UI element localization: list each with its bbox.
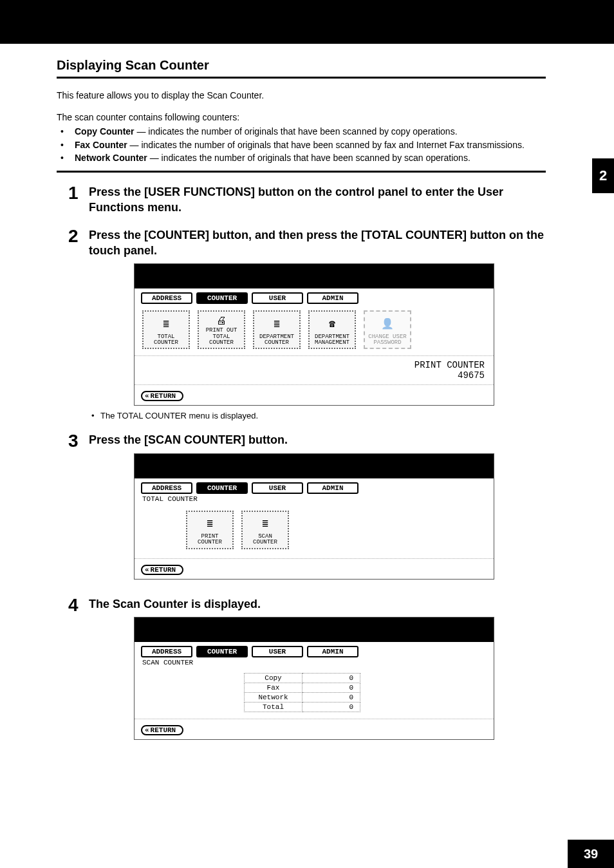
counter-desc: — indicates the number of originals that… <box>135 126 458 137</box>
step-text: Press the [SCAN COUNTER] button. <box>89 432 546 448</box>
return-button[interactable]: RETURN <box>141 391 183 401</box>
step-number: 3 <box>68 432 89 450</box>
breadcrumb-label: TOTAL COUNTER <box>135 495 494 505</box>
row-label: Total <box>245 702 302 712</box>
table-row: Fax0 <box>245 683 360 692</box>
list-item: Copy Counter — indicates the number of o… <box>66 125 546 138</box>
counter-name: Fax Counter <box>75 140 127 150</box>
counter-desc: — indicates the number of originals that… <box>127 140 525 150</box>
tab-user[interactable]: USER <box>252 482 303 494</box>
step-4: 4 The Scan Counter is displayed. ADDRESS… <box>57 596 546 745</box>
step-number: 4 <box>68 596 89 614</box>
chapter-tab: 2 <box>592 158 614 193</box>
page-footer: 39 <box>0 840 614 868</box>
readout-label: PRINT COUNTER <box>414 360 485 370</box>
panel-header-strip <box>135 618 494 642</box>
page-content: Displaying Scan Counter This feature all… <box>57 58 546 757</box>
scan-counter-button[interactable]: ≣SCANCOUNTER <box>241 511 289 549</box>
tab-user[interactable]: USER <box>252 292 303 304</box>
icon-label: PRINT OUTTOTAL COUNTER <box>200 328 243 346</box>
tab-row: ADDRESS COUNTER USER ADMIN <box>135 478 494 495</box>
counters-intro: The scan counter contains following coun… <box>57 112 546 122</box>
department-counter-button[interactable]: ≣DEPARTMENTCOUNTER <box>253 310 301 349</box>
row-value: 0 <box>302 692 360 702</box>
printer-icon: 🖨 <box>216 314 227 328</box>
step-text: The Scan Counter is displayed. <box>89 596 546 612</box>
row-value: 0 <box>302 702 360 712</box>
step-number: 1 <box>68 184 89 202</box>
icon-label: SCANCOUNTER <box>253 534 277 546</box>
intro-text: This feature allows you to display the S… <box>57 89 546 102</box>
tab-row: ADDRESS COUNTER USER ADMIN <box>135 288 494 305</box>
return-button[interactable]: RETURN <box>141 565 183 575</box>
department-icon: ☎ <box>329 314 335 334</box>
mid-rule <box>57 171 546 173</box>
section-title: Displaying Scan Counter <box>57 58 546 73</box>
row-value: 0 <box>302 673 360 683</box>
panel-header-strip <box>135 264 494 288</box>
step-number: 2 <box>68 227 89 245</box>
section-rule <box>57 77 546 79</box>
counter-name: Network Counter <box>75 153 147 163</box>
icon-label: TOTALCOUNTER <box>154 334 178 346</box>
touch-panel-scan-counter: ADDRESS COUNTER USER ADMIN SCAN COUNTER … <box>134 617 494 740</box>
print-counter-button[interactable]: ≣PRINTCOUNTER <box>186 511 234 549</box>
panel-bottom-row: RETURN <box>135 558 494 579</box>
counter-list: Copy Counter — indicates the number of o… <box>57 125 546 164</box>
icon-row: ≣TOTALCOUNTER 🖨PRINT OUTTOTAL COUNTER ≣D… <box>135 305 494 358</box>
tab-row: ADDRESS COUNTER USER ADMIN <box>135 642 494 659</box>
panel-bottom-row: RETURN <box>135 384 494 405</box>
table-row: Copy0 <box>245 673 360 683</box>
row-label: Fax <box>245 683 302 692</box>
tab-user[interactable]: USER <box>252 646 303 657</box>
panel-header-strip <box>135 454 494 478</box>
user-icon: 👤 <box>381 314 394 334</box>
list-item: Network Counter — indicates the number o… <box>66 151 546 164</box>
touch-panel-total-counter: ADDRESS COUNTER USER ADMIN TOTAL COUNTER… <box>134 453 494 580</box>
tab-address[interactable]: ADDRESS <box>141 292 192 304</box>
list-icon: ≣ <box>262 514 268 534</box>
scan-counter-table: Copy0 Fax0 Network0 Total0 <box>244 673 360 712</box>
icon-label: PRINTCOUNTER <box>198 534 222 546</box>
touch-panel-counter-menu: ADDRESS COUNTER USER ADMIN ≣TOTALCOUNTER… <box>134 263 494 406</box>
step-text: Press the [USER FUNCTIONS] button on the… <box>89 184 546 216</box>
change-password-button[interactable]: 👤CHANGE USERPASSWORD <box>364 310 411 349</box>
readout-value: 49675 <box>458 370 485 381</box>
breadcrumb-label: SCAN COUNTER <box>135 659 494 669</box>
counter-desc: — indicates the number of originals that… <box>147 153 470 163</box>
icon-row: ≣PRINTCOUNTER ≣SCANCOUNTER <box>135 505 494 558</box>
table-row: Network0 <box>245 692 360 702</box>
step-2: 2 Press the [COUNTER] button, and then p… <box>57 227 546 421</box>
return-button[interactable]: RETURN <box>141 725 183 735</box>
print-counter-readout: PRINT COUNTER 49675 <box>135 355 494 384</box>
row-label: Network <box>245 692 302 702</box>
list-icon: ≣ <box>163 314 169 334</box>
department-management-button[interactable]: ☎DEPARTMENTMANAGEMENT <box>308 310 356 349</box>
page-number: 39 <box>568 840 614 868</box>
icon-label: DEPARTMENTCOUNTER <box>259 334 294 346</box>
row-label: Copy <box>245 673 302 683</box>
tab-address[interactable]: ADDRESS <box>141 646 192 657</box>
list-item: Fax Counter — indicates the number of or… <box>66 138 546 151</box>
top-black-bar <box>0 0 614 44</box>
total-counter-button[interactable]: ≣TOTALCOUNTER <box>142 310 190 349</box>
table-row: Total0 <box>245 702 360 712</box>
list-icon: ≣ <box>274 314 280 334</box>
tab-admin[interactable]: ADMIN <box>307 482 358 494</box>
row-value: 0 <box>302 683 360 692</box>
tab-counter[interactable]: COUNTER <box>196 646 248 657</box>
list-icon: ≣ <box>207 514 213 534</box>
step-text: Press the [COUNTER] button, and then pre… <box>89 227 546 259</box>
panel-bottom-row: RETURN <box>135 719 494 739</box>
counter-name: Copy Counter <box>75 126 135 137</box>
tab-counter[interactable]: COUNTER <box>196 482 248 494</box>
step-1: 1 Press the [USER FUNCTIONS] button on t… <box>57 184 546 216</box>
step-3: 3 Press the [SCAN COUNTER] button. ADDRE… <box>57 432 546 584</box>
tab-admin[interactable]: ADMIN <box>307 292 358 304</box>
print-out-total-button[interactable]: 🖨PRINT OUTTOTAL COUNTER <box>198 310 245 349</box>
tab-address[interactable]: ADDRESS <box>141 482 192 494</box>
tab-admin[interactable]: ADMIN <box>307 646 358 657</box>
icon-label: CHANGE USERPASSWORD <box>368 334 406 346</box>
icon-label: DEPARTMENTMANAGEMENT <box>315 334 349 346</box>
tab-counter[interactable]: COUNTER <box>196 292 248 304</box>
